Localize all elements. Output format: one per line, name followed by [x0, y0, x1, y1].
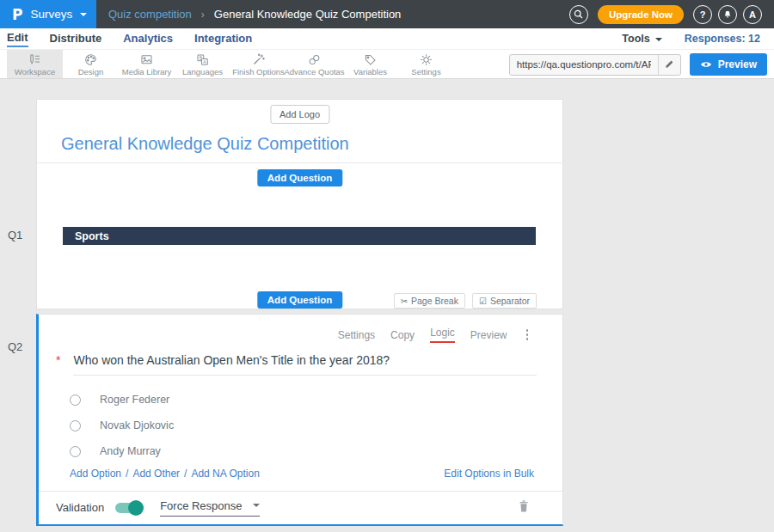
- tab-integration[interactable]: Integration: [194, 32, 252, 46]
- responses-count[interactable]: Responses: 12: [685, 33, 760, 45]
- search-icon: [573, 9, 584, 20]
- tab-edit[interactable]: Edit: [7, 31, 28, 47]
- toolbar-item-settings[interactable]: Settings: [398, 50, 454, 78]
- edit-url-button[interactable]: [658, 54, 680, 76]
- separator-label: Separator: [490, 296, 530, 306]
- question-number-q2: Q2: [8, 340, 22, 353]
- tab-analytics[interactable]: Analytics: [123, 32, 173, 46]
- required-marker: *: [56, 353, 60, 376]
- survey-url-box: [509, 54, 681, 76]
- notifications-button[interactable]: [718, 5, 737, 24]
- option-row: Roger Federer: [70, 387, 537, 413]
- tools-menu[interactable]: Tools: [622, 33, 661, 45]
- toolbar-item-label: Variables: [353, 67, 387, 76]
- link-separator: /: [126, 468, 128, 480]
- toolbar-item-variables[interactable]: Variables: [342, 50, 398, 78]
- option-label[interactable]: Andy Murray: [100, 445, 161, 457]
- chevron-down-icon: [655, 38, 662, 41]
- question-card-q2: Settings Copy Logic Preview * Who won th…: [36, 314, 563, 526]
- toolbar-item-workspace[interactable]: Workspace: [7, 50, 63, 78]
- survey-title[interactable]: General Knowledge Quiz Competition: [61, 134, 349, 154]
- option-row: Novak Djokovic: [70, 413, 537, 438]
- magic-wand-icon: [251, 52, 266, 67]
- svg-text:A: A: [203, 58, 206, 64]
- page-break-button[interactable]: ✂ Page Break: [394, 293, 465, 309]
- page-break-label: Page Break: [411, 296, 458, 306]
- question-menu: Settings Copy Logic Preview: [338, 327, 531, 343]
- topbar: P Surveys Quiz competition › General Kno…: [0, 0, 774, 28]
- delete-question-button[interactable]: [518, 499, 530, 517]
- upgrade-now-button[interactable]: Upgrade Now: [598, 5, 684, 24]
- scissors-icon: ✂: [401, 297, 408, 306]
- separator-box-icon: ☑: [479, 297, 487, 306]
- tag-icon: [363, 52, 378, 67]
- tools-label: Tools: [622, 33, 649, 45]
- surveys-menu[interactable]: P Surveys: [0, 0, 96, 28]
- toolbar-item-advance-quotas[interactable]: Advance Quotas: [286, 50, 342, 78]
- edit-toolbar: Workspace Design Media Library A Languag…: [0, 49, 774, 79]
- add-option-link[interactable]: Add Option: [70, 468, 121, 480]
- toolbar-item-design[interactable]: Design: [63, 50, 119, 78]
- toolbar-item-label: Finish Options: [232, 67, 285, 76]
- toolbar-item-media-library[interactable]: Media Library: [119, 50, 175, 78]
- question-copy-link[interactable]: Copy: [390, 329, 415, 341]
- add-question-button-bottom[interactable]: Add Question: [257, 291, 342, 309]
- help-button[interactable]: ?: [693, 5, 712, 24]
- preview-label: Preview: [718, 58, 757, 70]
- add-question-button-top[interactable]: Add Question: [257, 169, 342, 187]
- workspace-icon: [28, 52, 42, 67]
- add-other-link[interactable]: Add Other: [132, 468, 180, 480]
- separator-button[interactable]: ☑ Separator: [472, 293, 537, 309]
- link-separator: /: [184, 468, 187, 480]
- avatar[interactable]: A: [743, 5, 762, 24]
- product-menu-label: Surveys: [30, 8, 72, 21]
- topbar-actions: Upgrade Now ? A: [569, 5, 774, 24]
- survey-url-input[interactable]: [510, 59, 658, 70]
- palette-icon: [83, 52, 98, 67]
- breadcrumb-parent[interactable]: Quiz competition: [108, 8, 192, 21]
- preview-button[interactable]: Preview: [690, 53, 767, 76]
- chevron-down-icon: [80, 13, 87, 16]
- validation-toggle[interactable]: [115, 503, 141, 513]
- question-text[interactable]: Who won the Australian Open Men's Title …: [73, 353, 537, 376]
- tab-distribute[interactable]: Distribute: [50, 32, 102, 46]
- force-response-dropdown[interactable]: Force Response: [160, 499, 259, 517]
- add-na-option-link[interactable]: Add NA Option: [191, 468, 259, 480]
- questionpro-logo-icon: P: [12, 6, 22, 23]
- survey-nav: Edit Distribute Analytics Integration To…: [0, 28, 774, 49]
- eye-icon: [700, 60, 712, 69]
- add-option-links: Add Option / Add Other / Add NA Option: [70, 468, 260, 480]
- option-label[interactable]: Roger Federer: [100, 394, 169, 406]
- bell-icon: [722, 9, 733, 20]
- toolbar-item-languages[interactable]: A Languages: [175, 50, 230, 78]
- radio-button[interactable]: [70, 420, 81, 431]
- question-settings-link[interactable]: Settings: [338, 329, 375, 341]
- radio-button[interactable]: [70, 446, 81, 457]
- validation-label: Validation: [56, 501, 104, 514]
- workspace-canvas: Q1 Q2 Add Logo General Knowledge Quiz Co…: [0, 79, 774, 532]
- question-preview-link[interactable]: Preview: [470, 329, 507, 341]
- question-logic-link[interactable]: Logic: [430, 327, 455, 343]
- toolbar-item-label: Media Library: [122, 67, 172, 76]
- image-icon: [139, 52, 154, 67]
- force-response-label: Force Response: [160, 499, 242, 512]
- radio-button[interactable]: [70, 394, 81, 406]
- break-buttons: ✂ Page Break ☑ Separator: [394, 293, 537, 309]
- edit-options-in-bulk-link[interactable]: Edit Options in Bulk: [444, 468, 534, 480]
- add-logo-button[interactable]: Add Logo: [270, 105, 329, 124]
- option-label[interactable]: Novak Djokovic: [100, 419, 174, 431]
- search-button[interactable]: [569, 5, 588, 24]
- toolbar-item-label: Workspace: [15, 67, 55, 76]
- pencil-icon: [664, 59, 674, 70]
- more-options-icon[interactable]: [523, 327, 532, 342]
- toggle-knob: [128, 500, 144, 516]
- block-header-q1[interactable]: Sports: [63, 227, 536, 245]
- validation-row: Validation Force Response: [39, 491, 562, 524]
- chain-links-icon: [307, 52, 322, 67]
- subnav-right: Tools Responses: 12: [622, 33, 760, 45]
- toolbar-item-label: Design: [78, 67, 104, 76]
- breadcrumb-separator-icon: ›: [201, 9, 205, 21]
- toolbar-item-finish-options[interactable]: Finish Options: [230, 50, 286, 78]
- trash-icon: [518, 499, 530, 513]
- answer-options: Roger Federer Novak Djokovic Andy Murray: [70, 387, 537, 464]
